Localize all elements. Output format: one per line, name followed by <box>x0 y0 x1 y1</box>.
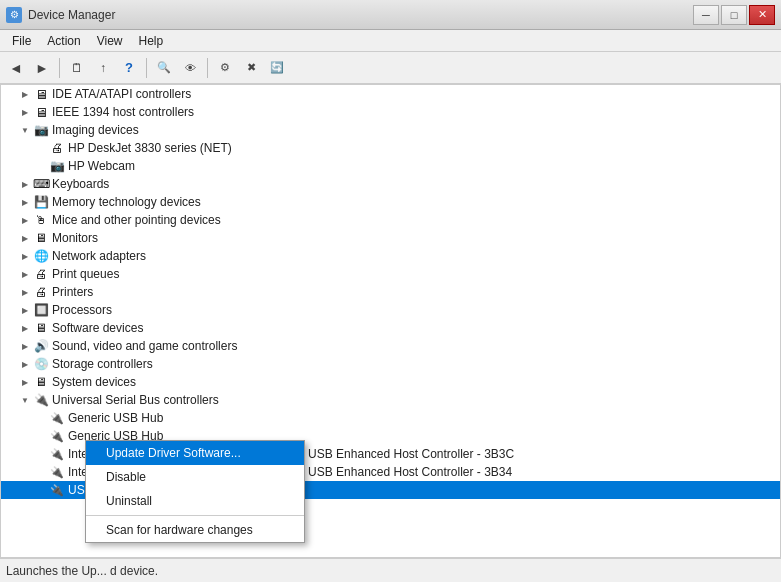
tree-item-software[interactable]: ▶ 🖥 Software devices <box>1 319 780 337</box>
expander-software[interactable]: ▶ <box>17 320 33 336</box>
scan2-button[interactable]: 🔄 <box>265 56 289 80</box>
tree-item-network[interactable]: ▶ 🌐 Network adapters <box>1 247 780 265</box>
icon-usb-hub2: 🔌 <box>49 428 65 444</box>
icon-software: 🖥 <box>33 320 49 336</box>
menu-view[interactable]: View <box>89 32 131 50</box>
tree-item-processors[interactable]: ▶ 🔲 Processors <box>1 301 780 319</box>
update-driver-button[interactable]: ↑ <box>91 56 115 80</box>
menu-bar: File Action View Help <box>0 30 781 52</box>
context-menu-scan-label: Scan for hardware changes <box>106 523 253 537</box>
expander-printers[interactable]: ▶ <box>17 284 33 300</box>
context-menu-uninstall[interactable]: Uninstall <box>86 489 304 513</box>
context-menu-disable-label: Disable <box>106 470 146 484</box>
tree-item-hp-deskjet[interactable]: ▶ 🖨 HP DeskJet 3830 series (NET) <box>1 139 780 157</box>
context-menu-separator <box>86 515 304 516</box>
back-button[interactable]: ◄ <box>4 56 28 80</box>
maximize-button[interactable]: □ <box>721 5 747 25</box>
label-software: Software devices <box>52 321 143 335</box>
expander-imaging[interactable]: ▼ <box>17 122 33 138</box>
icon-sound: 🔊 <box>33 338 49 354</box>
expander-ieee[interactable]: ▶ <box>17 104 33 120</box>
menu-help[interactable]: Help <box>131 32 172 50</box>
expander-mice[interactable]: ▶ <box>17 212 33 228</box>
tree-item-system[interactable]: ▶ 🖥 System devices <box>1 373 780 391</box>
tree-item-mice[interactable]: ▶ 🖱 Mice and other pointing devices <box>1 211 780 229</box>
forward-button[interactable]: ► <box>30 56 54 80</box>
tree-item-hp-webcam[interactable]: ▶ 📷 HP Webcam <box>1 157 780 175</box>
label-memory: Memory technology devices <box>52 195 201 209</box>
expander-memory[interactable]: ▶ <box>17 194 33 210</box>
toolbar-separator-1 <box>59 58 60 78</box>
toolbar-separator-2 <box>146 58 147 78</box>
expander-keyboards[interactable]: ▶ <box>17 176 33 192</box>
icon-keyboards: ⌨ <box>33 176 49 192</box>
status-bar: Launches the Up... d device. <box>0 558 781 582</box>
tree-item-usb-hub1[interactable]: ▶ 🔌 Generic USB Hub <box>1 409 780 427</box>
device-tree[interactable]: ▶ 🖥 IDE ATA/ATAPI controllers ▶ 🖥 IEEE 1… <box>0 84 781 558</box>
icon-usb: 🔌 <box>33 392 49 408</box>
label-ieee: IEEE 1394 host controllers <box>52 105 194 119</box>
label-imaging: Imaging devices <box>52 123 139 137</box>
tree-item-keyboards[interactable]: ▶ ⌨ Keyboards <box>1 175 780 193</box>
tree-item-imaging[interactable]: ▼ 📷 Imaging devices <box>1 121 780 139</box>
tree-item-print-queues[interactable]: ▶ 🖨 Print queues <box>1 265 780 283</box>
icon-monitors: 🖥 <box>33 230 49 246</box>
label-usb: Universal Serial Bus controllers <box>52 393 219 407</box>
context-menu-update-driver[interactable]: Update Driver Software... <box>86 441 304 465</box>
label-monitors: Monitors <box>52 231 98 245</box>
expander-storage[interactable]: ▶ <box>17 356 33 372</box>
help-button[interactable]: ? <box>117 56 141 80</box>
show-hidden-button[interactable]: 👁 <box>178 56 202 80</box>
icon-network: 🌐 <box>33 248 49 264</box>
context-menu: Update Driver Software... Disable Uninst… <box>85 440 305 543</box>
context-menu-update-driver-label: Update Driver Software... <box>106 446 241 460</box>
icon-ieee: 🖥 <box>33 104 49 120</box>
label-hp-webcam: HP Webcam <box>68 159 135 173</box>
expander-network[interactable]: ▶ <box>17 248 33 264</box>
tree-item-ieee[interactable]: ▶ 🖥 IEEE 1394 host controllers <box>1 103 780 121</box>
icon-storage: 💿 <box>33 356 49 372</box>
toolbar: ◄ ► 🗒 ↑ ? 🔍 👁 ⚙ ✖ 🔄 <box>0 52 781 84</box>
expander-system[interactable]: ▶ <box>17 374 33 390</box>
label-hp-deskjet: HP DeskJet 3830 series (NET) <box>68 141 232 155</box>
label-ide-ata: IDE ATA/ATAPI controllers <box>52 87 191 101</box>
icon-imaging: 📷 <box>33 122 49 138</box>
expander-monitors[interactable]: ▶ <box>17 230 33 246</box>
icon-system: 🖥 <box>33 374 49 390</box>
properties-button[interactable]: 🗒 <box>65 56 89 80</box>
icon-mice: 🖱 <box>33 212 49 228</box>
tree-item-usb[interactable]: ▼ 🔌 Universal Serial Bus controllers <box>1 391 780 409</box>
minimize-button[interactable]: ─ <box>693 5 719 25</box>
expander-sound[interactable]: ▶ <box>17 338 33 354</box>
label-system: System devices <box>52 375 136 389</box>
scan-hardware-button[interactable]: 🔍 <box>152 56 176 80</box>
tree-item-ide-ata[interactable]: ▶ 🖥 IDE ATA/ATAPI controllers <box>1 85 780 103</box>
icon-usb-composite: 🔌 <box>49 482 65 498</box>
expander-ide-ata[interactable]: ▶ <box>17 86 33 102</box>
context-menu-disable[interactable]: Disable <box>86 465 304 489</box>
close-button[interactable]: ✕ <box>749 5 775 25</box>
expander-usb[interactable]: ▼ <box>17 392 33 408</box>
tree-item-monitors[interactable]: ▶ 🖥 Monitors <box>1 229 780 247</box>
properties2-button[interactable]: ⚙ <box>213 56 237 80</box>
expander-print-queues[interactable]: ▶ <box>17 266 33 282</box>
icon-ide-ata: 🖥 <box>33 86 49 102</box>
tree-item-sound[interactable]: ▶ 🔊 Sound, video and game controllers <box>1 337 780 355</box>
label-mice: Mice and other pointing devices <box>52 213 221 227</box>
window-controls: ─ □ ✕ <box>693 5 775 25</box>
tree-item-memory[interactable]: ▶ 💾 Memory technology devices <box>1 193 780 211</box>
main-content: ▶ 🖥 IDE ATA/ATAPI controllers ▶ 🖥 IEEE 1… <box>0 84 781 558</box>
menu-file[interactable]: File <box>4 32 39 50</box>
icon-processors: 🔲 <box>33 302 49 318</box>
uninstall-button[interactable]: ✖ <box>239 56 263 80</box>
tree-item-printers[interactable]: ▶ 🖨 Printers <box>1 283 780 301</box>
label-keyboards: Keyboards <box>52 177 109 191</box>
icon-hp-webcam: 📷 <box>49 158 65 174</box>
icon-hp-deskjet: 🖨 <box>49 140 65 156</box>
title-bar-left: ⚙ Device Manager <box>6 7 115 23</box>
label-usb-hub1: Generic USB Hub <box>68 411 163 425</box>
menu-action[interactable]: Action <box>39 32 88 50</box>
context-menu-scan[interactable]: Scan for hardware changes <box>86 518 304 542</box>
tree-item-storage[interactable]: ▶ 💿 Storage controllers <box>1 355 780 373</box>
expander-processors[interactable]: ▶ <box>17 302 33 318</box>
